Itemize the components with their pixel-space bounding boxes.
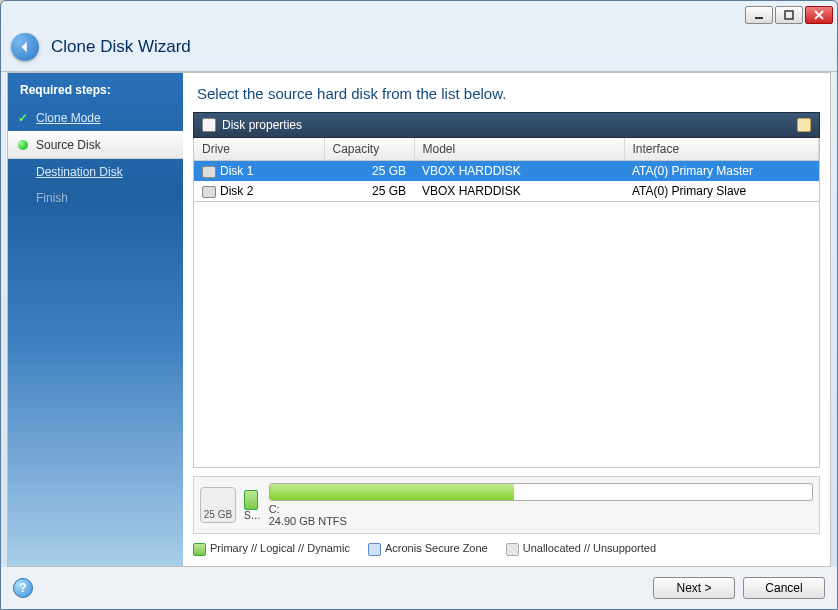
disk-icon <box>202 166 216 178</box>
cell-capacity: 25 GB <box>372 164 406 178</box>
col-capacity[interactable]: Capacity <box>324 138 414 161</box>
step-destination-disk[interactable]: Destination Disk <box>8 159 183 185</box>
step-source-disk[interactable]: Source Disk <box>8 131 183 159</box>
disk-icon <box>202 186 216 198</box>
cell-interface: ATA(0) Primary Slave <box>632 184 746 198</box>
main-panel: Select the source hard disk from the lis… <box>183 73 830 566</box>
maximize-button[interactable] <box>775 6 803 24</box>
disk-total-label: 25 GB <box>204 509 232 520</box>
step-label: Source Disk <box>36 138 101 152</box>
expand-columns-button[interactable] <box>797 118 811 132</box>
legend-unalloc-swatch <box>506 543 519 556</box>
minimize-button[interactable] <box>745 6 773 24</box>
step-label: Destination Disk <box>36 165 123 179</box>
cell-drive: Disk 1 <box>220 164 253 178</box>
system-partition-label: S… <box>244 510 261 521</box>
cell-capacity: 25 GB <box>372 184 406 198</box>
cell-model: VBOX HARDDISK <box>422 184 521 198</box>
table-row[interactable]: Disk 2 25 GB VBOX HARDDISK ATA(0) Primar… <box>194 181 819 201</box>
window-titlebar <box>1 1 837 29</box>
steps-heading: Required steps: <box>8 73 183 105</box>
step-clone-mode[interactable]: Clone Mode <box>8 105 183 131</box>
svg-rect-0 <box>755 17 763 19</box>
legend: Primary // Logical // Dynamic Acronis Se… <box>193 542 820 556</box>
volume-letter: C: <box>269 503 280 515</box>
close-button[interactable] <box>805 6 833 24</box>
col-drive[interactable]: Drive <box>194 138 324 161</box>
steps-sidebar: Required steps: Clone Mode Source Disk D… <box>8 73 183 566</box>
instruction-text: Select the source hard disk from the lis… <box>183 73 830 112</box>
help-button[interactable]: ? <box>13 578 33 598</box>
legend-unalloc-label: Unallocated // Unsupported <box>523 542 656 554</box>
table-empty-area <box>193 202 820 468</box>
wizard-footer: ? Next > Cancel <box>1 567 837 609</box>
col-model[interactable]: Model <box>414 138 624 161</box>
disk-properties-label: Disk properties <box>222 118 302 132</box>
volume-detail: 24.90 GB NTFS <box>269 515 347 527</box>
cell-model: VBOX HARDDISK <box>422 164 521 178</box>
next-button[interactable]: Next > <box>653 577 735 599</box>
cell-interface: ATA(0) Primary Master <box>632 164 753 178</box>
wizard-title: Clone Disk Wizard <box>51 37 191 57</box>
wizard-header: Clone Disk Wizard <box>1 29 837 72</box>
legend-secure-label: Acronis Secure Zone <box>385 542 488 554</box>
cancel-button[interactable]: Cancel <box>743 577 825 599</box>
partition-bar-panel: 25 GB S… C: 24.90 GB NTFS <box>193 476 820 534</box>
cell-drive: Disk 2 <box>220 184 253 198</box>
back-button[interactable] <box>11 33 39 61</box>
step-label: Finish <box>36 191 68 205</box>
legend-secure-swatch <box>368 543 381 556</box>
svg-rect-1 <box>785 11 793 19</box>
partition-fill <box>270 484 514 500</box>
disk-properties-header: Disk properties <box>193 112 820 138</box>
partition-bar <box>269 483 813 501</box>
step-label: Clone Mode <box>36 111 101 125</box>
disk-properties-icon <box>202 118 216 132</box>
system-partition-swatch <box>244 490 258 510</box>
step-finish: Finish <box>8 185 183 211</box>
legend-primary-label: Primary // Logical // Dynamic <box>210 542 350 554</box>
col-interface[interactable]: Interface <box>624 138 819 161</box>
legend-primary-swatch <box>193 543 206 556</box>
disk-table: Drive Capacity Model Interface Disk 1 25… <box>193 138 820 202</box>
disk-total-icon: 25 GB <box>200 487 236 523</box>
table-row[interactable]: Disk 1 25 GB VBOX HARDDISK ATA(0) Primar… <box>194 161 819 182</box>
wizard-window: Clone Disk Wizard Required steps: Clone … <box>0 0 838 610</box>
arrow-left-icon <box>18 40 32 54</box>
